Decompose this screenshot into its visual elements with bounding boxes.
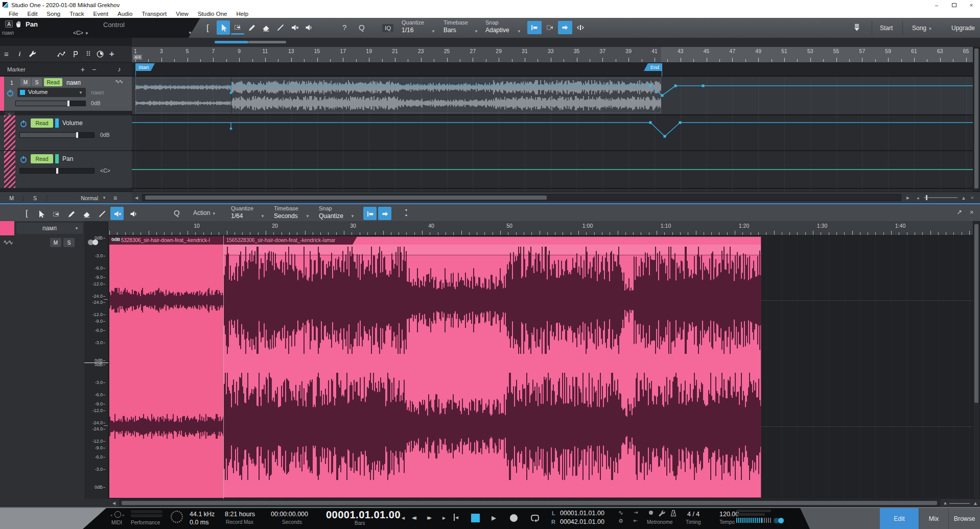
- close-window-icon[interactable]: ×: [963, 0, 980, 10]
- menu-transport[interactable]: Transport: [137, 11, 171, 17]
- menu-song[interactable]: Song: [42, 11, 65, 17]
- secondary-time[interactable]: 00:00:00.000: [271, 511, 308, 518]
- edit-quantize-group[interactable]: Quantize 1/64 ▼: [231, 205, 253, 220]
- action-menu[interactable]: Action ▼: [193, 209, 216, 217]
- menu-view[interactable]: View: [171, 11, 193, 17]
- click-dot-icon[interactable]: [649, 511, 653, 515]
- edit-mute-tool[interactable]: [110, 207, 124, 220]
- track-size-select[interactable]: Normal: [47, 195, 98, 201]
- track-mute-button[interactable]: M: [20, 78, 31, 86]
- edit-timebase-value[interactable]: Seconds: [274, 212, 298, 220]
- quantize-chevron-icon[interactable]: ▼: [431, 29, 435, 34]
- flag-icon[interactable]: [72, 50, 80, 58]
- stop-button[interactable]: [471, 514, 480, 522]
- input-quantize-toggle[interactable]: IQ: [382, 24, 393, 32]
- zoom-slider[interactable]: [924, 197, 958, 198]
- snap-to-cursor-button[interactable]: [573, 21, 588, 34]
- lane-power-icon[interactable]: [19, 119, 27, 127]
- arrow-tool[interactable]: [217, 20, 230, 35]
- download-icon[interactable]: [853, 23, 861, 32]
- scroll-left-icon[interactable]: ◀: [133, 194, 140, 202]
- hand-icon[interactable]: [15, 20, 23, 28]
- menu-file[interactable]: File: [4, 11, 23, 17]
- performance-label[interactable]: Performance: [131, 520, 160, 525]
- loop-icon[interactable]: [527, 513, 543, 523]
- eraser-tool[interactable]: [260, 20, 273, 35]
- automation-icon[interactable]: [57, 50, 65, 58]
- menu-audio[interactable]: Audio: [113, 11, 137, 17]
- loop-end-value[interactable]: 00042.01.01.00: [560, 518, 604, 525]
- clip-title[interactable]: 1565328306_sir-hair-down-feat_-kendrick-…: [223, 236, 357, 245]
- track-volume-slider[interactable]: [15, 101, 86, 106]
- zoom-vertical-buttons[interactable]: ▼▲: [401, 208, 412, 219]
- snap-to-frame-button[interactable]: [543, 21, 557, 34]
- auto-mode-icon[interactable]: A: [5, 20, 13, 28]
- zoom-in-icon[interactable]: ▲: [972, 499, 979, 507]
- view-edit-button[interactable]: Edit: [880, 508, 919, 529]
- quantize-value[interactable]: 1/16: [402, 27, 424, 34]
- edit-vscroll-thumb[interactable]: [974, 224, 978, 403]
- position-unit[interactable]: Bars: [355, 520, 365, 526]
- global-mute-button[interactable]: M: [0, 195, 24, 201]
- edit-waveform[interactable]: [109, 235, 761, 498]
- edit-arrow-tool[interactable]: [34, 207, 47, 220]
- meter-toggle[interactable]: [774, 518, 785, 523]
- rewind-icon[interactable]: ◂◂: [412, 514, 414, 521]
- size-chevron-icon[interactable]: ▼: [102, 196, 106, 200]
- loop-range-bar[interactable]: [215, 41, 248, 43]
- position-display[interactable]: 00001.01.01.00: [326, 509, 401, 521]
- clip-title[interactable]: 1565328306_sir-hair-down-feat_-kendrick-…: [109, 236, 223, 245]
- play-button[interactable]: ▸: [492, 512, 496, 523]
- minimize-icon[interactable]: –: [928, 0, 945, 10]
- menu-track[interactable]: Track: [65, 11, 88, 17]
- time-signature-chip[interactable]: 4/4: [133, 55, 142, 60]
- scroll-right-icon[interactable]: ▶: [904, 194, 912, 202]
- menu-edit[interactable]: Edit: [23, 11, 42, 17]
- chevron-down-icon[interactable]: ▼: [306, 214, 310, 219]
- arrange-vscrollbar[interactable]: [973, 47, 980, 191]
- song-page-button[interactable]: Song ▼: [912, 25, 932, 32]
- channel-link-toggle[interactable]: [88, 239, 103, 246]
- edit-hscrollbar[interactable]: [120, 499, 940, 507]
- menu-help[interactable]: Help: [231, 11, 253, 17]
- edit-snap-group[interactable]: Snap Quantize ▼: [319, 205, 343, 220]
- track-menu-icon[interactable]: ≡: [4, 50, 9, 58]
- lane-pan-slider[interactable]: [19, 168, 95, 174]
- fast-forward-icon[interactable]: ▸▸: [427, 514, 430, 521]
- range-tool[interactable]: [231, 20, 244, 35]
- quantize-group[interactable]: Quantize 1/16 ▼: [402, 19, 424, 34]
- snap-chevron-icon[interactable]: ▼: [517, 29, 521, 34]
- event-bracket-tool[interactable]: [: [206, 23, 209, 33]
- edit-paint-tool[interactable]: [95, 207, 108, 220]
- add-track-icon[interactable]: +: [109, 49, 114, 59]
- settings-gear-icon[interactable]: ⚙: [618, 518, 623, 524]
- edit-hscroll-thumb[interactable]: [122, 501, 937, 505]
- zoom-in-icon[interactable]: ▲: [960, 194, 968, 202]
- precount-icon[interactable]: ⇥: [634, 510, 638, 515]
- control-label[interactable]: Control: [103, 21, 125, 29]
- menu-event[interactable]: Event: [89, 11, 113, 17]
- arrange-hscrollbar[interactable]: [142, 194, 901, 201]
- marker-track-row[interactable]: Marker + − ♪: [0, 63, 132, 77]
- start-page-button[interactable]: Start: [880, 25, 893, 32]
- music-note-icon[interactable]: ♪: [118, 65, 121, 73]
- scroll-left-icon[interactable]: ◀: [110, 499, 118, 507]
- edit-snap-value[interactable]: Quantize: [319, 212, 343, 220]
- nudge-back-icon[interactable]: ◂: [402, 514, 405, 521]
- lane-volume-slider[interactable]: [19, 132, 95, 138]
- snap-to-start-button[interactable]: [527, 21, 542, 34]
- record-button[interactable]: [510, 514, 518, 522]
- wrench-icon[interactable]: [29, 50, 37, 58]
- edit-track-select[interactable]: памп ▼: [16, 223, 83, 234]
- edit-listen-tool[interactable]: [127, 207, 140, 220]
- view-mix-button[interactable]: Mix: [919, 508, 948, 529]
- edit-zoom-slider[interactable]: [949, 503, 970, 504]
- edit-solo-button[interactable]: S: [63, 238, 75, 247]
- snap-to-end-button[interactable]: [558, 21, 572, 34]
- arrange-vscroll-thumb[interactable]: [974, 49, 978, 188]
- edit-snap-start-button[interactable]: [363, 207, 377, 220]
- track-read-button[interactable]: Read: [44, 78, 62, 86]
- chevron-down-icon[interactable]: ▼: [351, 214, 355, 219]
- performance-meter[interactable]: [131, 510, 162, 513]
- help-button[interactable]: ?: [342, 23, 346, 32]
